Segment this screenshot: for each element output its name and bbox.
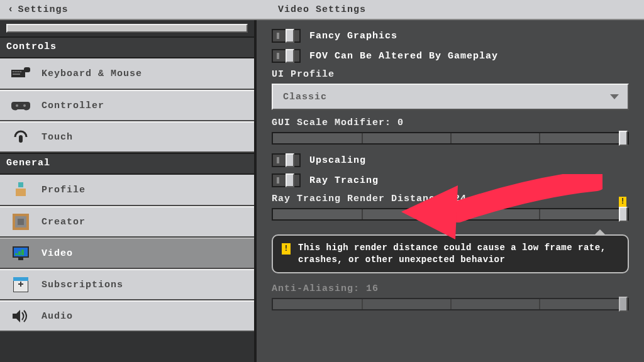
warning-icon: ! (619, 197, 626, 207)
toggle-switch[interactable] (272, 153, 301, 167)
sidebar-item-label: Subscriptions (42, 280, 123, 290)
sidebar-item-label: Controller (42, 101, 104, 111)
sidebar-item-profile[interactable]: Profile (0, 175, 254, 206)
keyboard-icon (11, 65, 30, 82)
controller-icon (11, 97, 30, 114)
ui-profile-dropdown[interactable]: Classic (272, 84, 629, 110)
sidebar-item-label: Profile (42, 185, 86, 195)
toggle-fancy-graphics[interactable]: Fancy Graphics (272, 29, 629, 43)
sidebar-item-touch[interactable]: Touch (0, 121, 254, 153)
svg-rect-4 (18, 71, 19, 72)
back-label: Settings (18, 4, 69, 15)
touch-icon (11, 129, 30, 145)
rt-render-distance-label: Ray Tracing Render Distance: 24 chunks (272, 194, 629, 204)
back-button[interactable]: ‹ Settings (0, 4, 76, 15)
toggle-switch[interactable] (272, 173, 301, 187)
sidebar-item-video[interactable]: Video (0, 238, 254, 269)
svg-rect-7 (24, 67, 30, 72)
sidebar-item-label: Creator (42, 217, 86, 228)
page-title: Video Settings (278, 4, 366, 15)
warning-tooltip: ! This high render distance could cause … (272, 234, 629, 273)
dropdown-value: Classic (283, 92, 327, 102)
svg-rect-20 (18, 251, 21, 255)
toggle-switch[interactable] (272, 29, 301, 43)
toggle-fov-gameplay[interactable]: FOV Can Be Altered By Gameplay (272, 49, 629, 63)
sidebar-item-label: Keyboard & Mouse (42, 69, 142, 79)
section-header-controls: Controls (0, 36, 254, 58)
main-area: Controls Keyboard & Mouse Controller Tou… (0, 20, 644, 362)
title-bar: ‹ Settings Video Settings (0, 0, 644, 20)
svg-rect-21 (21, 250, 24, 255)
ui-profile-label: UI Profile (272, 69, 629, 80)
chevron-down-icon (610, 94, 619, 99)
toggle-label: FOV Can Be Altered By Gameplay (309, 51, 498, 62)
chevron-left-icon: ‹ (8, 4, 14, 15)
creator-icon (11, 214, 30, 230)
svg-rect-15 (18, 219, 24, 225)
section-header-general: General (0, 153, 254, 175)
sidebar-item-label: Audio (42, 311, 73, 322)
svg-rect-10 (19, 135, 23, 143)
svg-rect-5 (20, 71, 21, 72)
svg-point-8 (16, 104, 18, 107)
anti-aliasing-slider[interactable] (272, 298, 629, 310)
svg-rect-1 (13, 71, 14, 72)
svg-rect-25 (20, 282, 21, 287)
svg-rect-6 (13, 74, 20, 75)
gui-scale-label: GUI Scale Modifier: 0 (272, 118, 629, 128)
sidebar-item-subscriptions[interactable]: Subscriptions (0, 269, 254, 300)
toggle-upscaling[interactable]: Upscaling (272, 153, 629, 167)
video-icon (11, 245, 30, 261)
svg-rect-12 (16, 189, 26, 196)
sidebar-item-label: Video (42, 248, 73, 259)
svg-rect-23 (13, 277, 28, 281)
sidebar: Controls Keyboard & Mouse Controller Tou… (0, 20, 257, 362)
gui-scale-slider[interactable] (272, 132, 629, 145)
warning-text: This high render distance could cause a … (298, 242, 619, 266)
svg-rect-19 (15, 253, 18, 255)
toggle-ray-tracing[interactable]: Ray Tracing (272, 173, 629, 187)
audio-icon (11, 308, 30, 324)
sidebar-item-keyboard[interactable]: Keyboard & Mouse (0, 58, 254, 90)
settings-panel: Fancy Graphics FOV Can Be Altered By Gam… (257, 20, 644, 362)
svg-point-9 (23, 104, 26, 107)
slider-handle[interactable] (619, 207, 628, 222)
toggle-label: Fancy Graphics (309, 31, 397, 41)
slider-handle[interactable] (619, 297, 628, 312)
subscriptions-icon (11, 277, 30, 293)
svg-rect-11 (18, 182, 23, 187)
sidebar-item-audio[interactable]: Audio (0, 300, 254, 332)
warning-icon: ! (282, 243, 291, 255)
sidebar-item-controller[interactable]: Controller (0, 90, 254, 121)
svg-rect-2 (14, 71, 16, 72)
scrollbar-cap[interactable] (6, 24, 248, 33)
rt-render-distance-slider[interactable]: ! (272, 208, 629, 221)
slider-handle[interactable] (619, 131, 628, 146)
sidebar-item-creator[interactable]: Creator (0, 206, 254, 238)
toggle-label: Upscaling (309, 155, 366, 166)
svg-rect-3 (16, 71, 18, 72)
svg-rect-18 (18, 258, 23, 260)
anti-aliasing-label: Anti-Aliasing: 16 (272, 283, 629, 294)
toggle-switch[interactable] (272, 49, 301, 63)
sidebar-item-label: Touch (42, 132, 73, 143)
profile-icon (11, 182, 30, 198)
toggle-label: Ray Tracing (309, 175, 379, 186)
